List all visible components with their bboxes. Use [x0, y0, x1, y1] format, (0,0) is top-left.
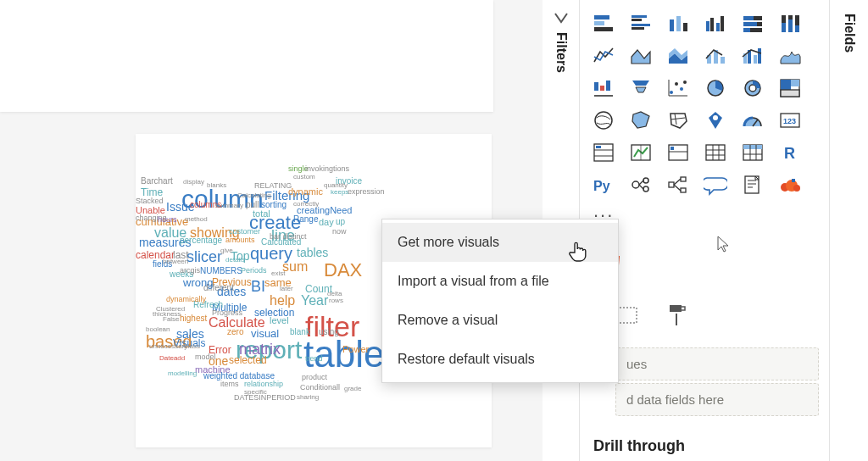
- viz-slicer[interactable]: [661, 137, 695, 168]
- wordcloud-word: customer: [229, 227, 260, 236]
- multi-row-card-icon: [592, 142, 615, 164]
- r-visual-icon: R: [778, 142, 802, 164]
- funnel-icon: [629, 77, 653, 99]
- wordcloud-word: details: [225, 256, 245, 264]
- shape-map-icon: [666, 109, 690, 131]
- wordcloud-word: bar distinct: [270, 232, 307, 241]
- waterfall-icon: [592, 77, 615, 99]
- viz-card[interactable]: 123: [773, 105, 807, 136]
- svg-rect-45: [791, 80, 799, 86]
- ribbon-icon: [778, 45, 802, 67]
- viz-r-visual[interactable]: R: [773, 137, 807, 168]
- svg-point-62: [643, 178, 648, 183]
- viz-qna[interactable]: [698, 169, 732, 200]
- viz-key-influencers[interactable]: [624, 169, 658, 200]
- wordcloud-word: blanks: [207, 181, 226, 189]
- viz-ribbon[interactable]: [773, 41, 807, 71]
- wordcloud-word: Conditionall: [300, 383, 340, 392]
- menu-remove-visual[interactable]: Remove a visual: [382, 301, 618, 340]
- viz-word-cloud[interactable]: [773, 169, 807, 200]
- viz-donut[interactable]: [736, 73, 770, 103]
- svg-rect-73: [670, 305, 682, 312]
- svg-point-39: [683, 81, 687, 84]
- format-roller-icon[interactable]: [668, 303, 687, 327]
- svg-point-63: [643, 186, 648, 192]
- visual-tile[interactable]: [0, 0, 493, 112]
- wordcloud-word: quantity: [324, 181, 348, 189]
- viz-funnel[interactable]: [624, 73, 658, 103]
- viz-map[interactable]: [587, 105, 620, 136]
- viz-clustered-column[interactable]: [698, 8, 732, 39]
- wordcloud-word: dynamic: [288, 186, 323, 197]
- viz-clustered-bar[interactable]: [624, 8, 658, 39]
- wordcloud-word: total: [253, 208, 270, 219]
- viz-pie[interactable]: [698, 73, 732, 103]
- add-data-well[interactable]: d data fields here: [615, 383, 819, 416]
- wordcloud-word: RELATING: [254, 181, 292, 190]
- viz-100-stacked-bar[interactable]: [736, 8, 770, 39]
- expand-filters-icon[interactable]: [554, 12, 569, 24]
- viz-100-stacked-column[interactable]: [773, 8, 807, 39]
- wordcloud-word: display: [183, 178, 204, 186]
- wordcloud-word: Time: [141, 186, 163, 198]
- viz-line-clustered-column[interactable]: [736, 41, 770, 71]
- wordcloud-word: using: [319, 327, 339, 336]
- svg-point-70: [793, 185, 800, 192]
- svg-rect-23: [788, 19, 793, 32]
- viz-waterfall[interactable]: [587, 73, 620, 103]
- viz-line-stacked-column[interactable]: [698, 41, 732, 71]
- fields-pane-collapsed[interactable]: Fields: [829, 0, 868, 461]
- wordcloud-word: unnecessary: [149, 342, 187, 350]
- viz-treemap[interactable]: [773, 73, 807, 103]
- svg-rect-0: [594, 15, 609, 19]
- viz-python-visual[interactable]: Py: [587, 169, 620, 200]
- wordcloud-word: level: [270, 315, 289, 325]
- viz-shape-map[interactable]: [661, 105, 695, 136]
- pie-icon: [704, 77, 727, 99]
- wordcloud-word: tables: [297, 246, 328, 259]
- menu-get-more-visuals[interactable]: Get more visuals: [382, 223, 618, 262]
- viz-matrix[interactable]: [736, 137, 770, 168]
- wordcloud-word: wrong: [183, 276, 213, 289]
- add-data-well-label: d data fields here: [626, 392, 724, 407]
- menu-restore-defaults[interactable]: Restore default visuals: [382, 340, 618, 379]
- wordcloud-word: sum: [282, 259, 308, 275]
- viz-area[interactable]: [624, 41, 658, 71]
- svg-rect-17: [743, 22, 757, 26]
- viz-table[interactable]: [698, 137, 732, 168]
- viz-filled-map[interactable]: [624, 105, 658, 136]
- viz-stacked-area[interactable]: [661, 41, 695, 71]
- svg-point-38: [680, 87, 683, 91]
- svg-rect-7: [670, 19, 674, 31]
- wordcloud-word: now: [332, 227, 347, 236]
- wordcloud-word: Range: [293, 214, 318, 224]
- 100-stacked-column-icon: [778, 13, 802, 35]
- wordcloud-word: Year: [301, 293, 328, 308]
- svg-rect-75: [676, 314, 677, 325]
- wordcloud-word: up: [336, 217, 345, 226]
- svg-rect-33: [594, 82, 598, 91]
- wordcloud-word: modelling: [168, 369, 197, 377]
- viz-line[interactable]: [587, 41, 620, 71]
- 100-stacked-bar-icon: [741, 13, 765, 35]
- kpi-icon: [629, 142, 653, 164]
- values-well[interactable]: ues: [615, 347, 819, 380]
- viz-azure-map[interactable]: [698, 105, 732, 136]
- viz-gauge[interactable]: [736, 105, 770, 136]
- viz-decomposition-tree[interactable]: [661, 169, 695, 200]
- filled-map-icon: [629, 109, 653, 131]
- viz-multi-row-card[interactable]: [587, 137, 620, 168]
- wordcloud-word: amounts: [225, 236, 255, 244]
- viz-kpi[interactable]: [624, 137, 658, 168]
- wordcloud-word: Dateadd: [159, 354, 185, 362]
- wordcloud-word: blank: [290, 327, 310, 336]
- viz-stacked-column[interactable]: [661, 8, 695, 39]
- svg-rect-46: [781, 90, 799, 97]
- wordcloud-word: slicer: [186, 248, 222, 266]
- stacked-column-icon: [666, 13, 690, 35]
- menu-import-visual-file[interactable]: Import a visual from a file: [382, 262, 618, 301]
- viz-paginated-report[interactable]: [736, 169, 770, 200]
- viz-stacked-bar[interactable]: [587, 8, 620, 39]
- viz-scatter[interactable]: [661, 73, 695, 103]
- stacked-area-icon: [666, 45, 690, 67]
